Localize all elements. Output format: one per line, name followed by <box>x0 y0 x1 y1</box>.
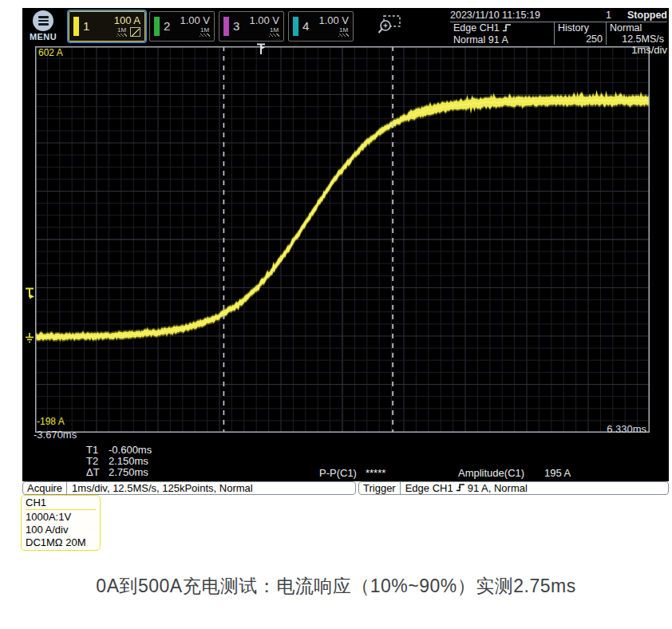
y-min-label: -198 A <box>37 416 65 427</box>
ground-marker <box>25 332 34 342</box>
channel-4-number: 4 <box>302 19 309 33</box>
channel-3-number: 3 <box>233 19 239 33</box>
oscilloscope-screen: MENU 1 100 A 1M <box>22 8 669 496</box>
trigger-status-cell[interactable]: Trigger Edge CH1 91 A, Normal <box>358 481 669 495</box>
menu-icon <box>33 10 53 31</box>
vertical-scale: 100 A/div <box>26 524 96 536</box>
channel-chip-2[interactable]: 2 1.00 V 1M <box>149 11 215 42</box>
impedance-icon: 1M <box>200 27 210 37</box>
figure-caption: 0A到500A充电测试：电流响应（10%~90%）实测2.75ms <box>0 574 672 599</box>
datetime: 2023/11/10 11:15:19 <box>450 9 570 22</box>
menu-label: MENU <box>24 32 62 42</box>
trigger-summary[interactable]: Edge CH1 Normal 91 A <box>450 22 554 45</box>
cursor-measurements: T1-0.600ms T22.150ms ΔT2.750ms <box>86 445 152 478</box>
waveform-plot <box>35 46 650 433</box>
acquisition-info-panel: 2023/11/10 11:15:19 1 Stopped Edge CH1 N… <box>450 9 667 45</box>
amplitude-label: Amplitude(C1) <box>458 467 524 479</box>
channel-2-number: 2 <box>164 19 170 33</box>
channel-chip-1[interactable]: 1 100 A 1M <box>69 11 145 42</box>
channel-1-scale: 100 A <box>114 15 140 26</box>
channel-4-color-bar <box>293 17 298 36</box>
probe-icon <box>130 27 140 37</box>
amplitude-value: 195 A <box>544 467 571 479</box>
time-start-label: -3.670ms <box>34 429 77 441</box>
channel1-info-title: CH1 <box>26 496 96 510</box>
impedance-icon: 1M <box>269 27 279 37</box>
menu-button[interactable]: MENU <box>24 10 62 42</box>
pp-label: P-P(C1) <box>319 467 357 479</box>
t2-value: 2.150ms <box>109 456 148 467</box>
impedance-icon: 1M <box>338 27 349 37</box>
channel-chip-3[interactable]: 3 1.00 V 1M <box>219 11 284 42</box>
acquisition-count: 1 <box>570 9 611 22</box>
channel-chips: 1 100 A 1M 2 1.00 <box>69 11 354 42</box>
channel-1-color-bar <box>73 17 79 36</box>
trigger-position-marker[interactable] <box>256 43 267 55</box>
history-cell[interactable]: History 250 <box>554 22 607 45</box>
graticule: 602 A -198 A 6.330ms <box>35 46 650 433</box>
channel1-info-box: CH1 1000A:1V 100 A/div DC1MΩ 20M <box>21 495 101 551</box>
status-bar: Acquire 1ms/div, 12.5MS/s, 125kPoints, N… <box>22 481 669 496</box>
channel-3-scale: 1.00 V <box>249 15 279 26</box>
channel-3-color-bar <box>223 17 229 36</box>
pp-value: ***** <box>366 467 385 479</box>
timebase-label: 1ms/div <box>631 44 667 56</box>
dt-value: 2.750ms <box>109 467 148 478</box>
probe-ratio: 1000A:1V <box>26 511 96 524</box>
zoom-search-icon[interactable] <box>375 14 402 35</box>
channel-4-scale: 1.00 V <box>318 15 349 26</box>
channel-1-number: 1 <box>83 19 89 33</box>
scope-header: MENU 1 100 A 1M <box>22 8 669 44</box>
sample-mode-cell[interactable]: Normal 12.5MS/s <box>607 22 667 45</box>
channel-chip-4[interactable]: 4 1.00 V 1M <box>288 11 354 42</box>
channel-2-scale: 1.00 V <box>180 15 210 26</box>
auto-measurements: P-P(C1) ***** Amplitude(C1) 195 A <box>319 467 669 479</box>
rising-edge-icon <box>502 23 512 34</box>
acquire-status-cell[interactable]: Acquire 1ms/div, 12.5MS/s, 125kPoints, N… <box>22 481 356 495</box>
y-max-label: 602 A <box>38 47 63 58</box>
trigger-level-marker[interactable] <box>25 287 36 299</box>
page: MENU 1 100 A 1M <box>0 0 672 629</box>
coupling-bandwidth: DC1MΩ 20M <box>26 536 96 549</box>
channel-2-color-bar <box>154 17 160 36</box>
run-state[interactable]: Stopped <box>611 9 667 22</box>
rising-edge-icon <box>456 482 465 494</box>
t1-value: -0.600ms <box>109 445 152 456</box>
time-end-label: 6.330ms <box>607 423 646 435</box>
impedance-icon: 1M <box>117 27 127 37</box>
